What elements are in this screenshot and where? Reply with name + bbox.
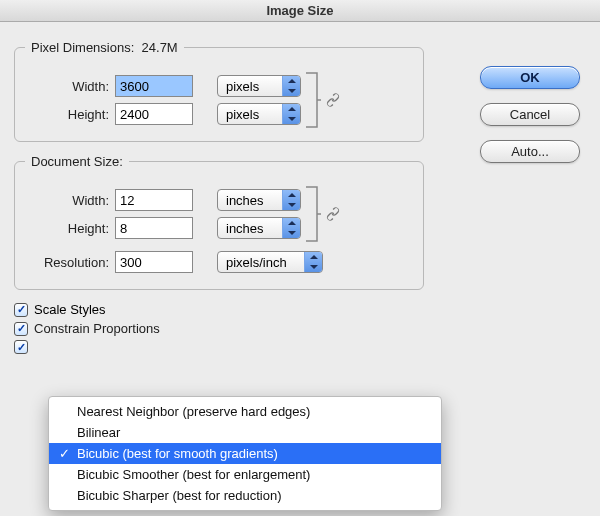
- resample-method-menu: Nearest Neighbor (preserve hard edges)Bi…: [48, 396, 442, 511]
- resample-menu-item[interactable]: Bicubic (best for smooth gradients): [49, 443, 441, 464]
- pixel-dimensions-legend: Pixel Dimensions: 24.7M: [25, 40, 184, 55]
- checkbox-icon: [14, 340, 28, 354]
- constrain-proportions-label: Constrain Proportions: [34, 321, 160, 336]
- scale-styles-checkbox[interactable]: Scale Styles: [14, 302, 586, 317]
- chevron-updown-icon: [282, 76, 300, 96]
- constrain-link-icon: [305, 71, 341, 129]
- dialog-title: Image Size: [0, 0, 600, 22]
- document-size-group: Document Size: Width: inches Height:: [14, 154, 424, 290]
- doc-height-label: Height:: [25, 221, 109, 236]
- px-width-label: Width:: [25, 79, 109, 94]
- cancel-button[interactable]: Cancel: [480, 103, 580, 126]
- px-height-label: Height:: [25, 107, 109, 122]
- chevron-updown-icon: [282, 104, 300, 124]
- doc-width-unit-select[interactable]: inches: [217, 189, 301, 211]
- doc-resolution-unit-select[interactable]: pixels/inch: [217, 251, 323, 273]
- chevron-updown-icon: [282, 218, 300, 238]
- checkbox-icon: [14, 303, 28, 317]
- auto-button[interactable]: Auto...: [480, 140, 580, 163]
- resample-menu-item[interactable]: Nearest Neighbor (preserve hard edges): [49, 401, 441, 422]
- document-size-legend: Document Size:: [25, 154, 129, 169]
- scale-styles-label: Scale Styles: [34, 302, 106, 317]
- resample-menu-item[interactable]: Bicubic Smoother (best for enlargement): [49, 464, 441, 485]
- px-width-unit-select[interactable]: pixels: [217, 75, 301, 97]
- doc-resolution-label: Resolution:: [25, 255, 109, 270]
- chevron-updown-icon: [304, 252, 322, 272]
- constrain-proportions-checkbox[interactable]: Constrain Proportions: [14, 321, 586, 336]
- resample-menu-item[interactable]: Bilinear: [49, 422, 441, 443]
- px-height-input[interactable]: [115, 103, 193, 125]
- constrain-link-icon: [305, 185, 341, 243]
- resample-menu-item[interactable]: Bicubic Sharper (best for reduction): [49, 485, 441, 506]
- doc-width-label: Width:: [25, 193, 109, 208]
- checkbox-icon: [14, 322, 28, 336]
- px-width-input[interactable]: [115, 75, 193, 97]
- pixel-dimensions-group: Pixel Dimensions: 24.7M Width: pixels He…: [14, 40, 424, 142]
- doc-height-input[interactable]: [115, 217, 193, 239]
- image-size-dialog: OK Cancel Auto... Pixel Dimensions: 24.7…: [0, 22, 600, 516]
- doc-width-input[interactable]: [115, 189, 193, 211]
- ok-button[interactable]: OK: [480, 66, 580, 89]
- doc-height-unit-select[interactable]: inches: [217, 217, 301, 239]
- resample-checkbox[interactable]: [14, 340, 586, 354]
- chevron-updown-icon: [282, 190, 300, 210]
- px-height-unit-select[interactable]: pixels: [217, 103, 301, 125]
- dialog-buttons: OK Cancel Auto...: [480, 66, 580, 163]
- pixel-dimensions-size: 24.7M: [142, 40, 178, 55]
- doc-resolution-input[interactable]: [115, 251, 193, 273]
